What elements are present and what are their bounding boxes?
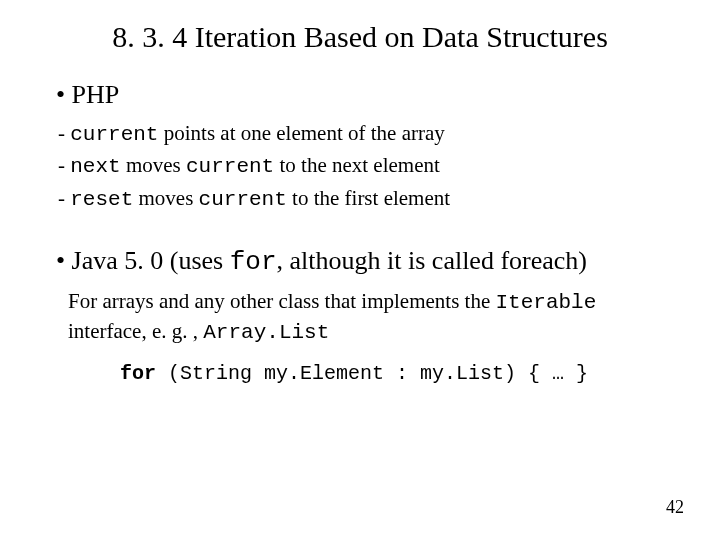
code-keyword-for: for xyxy=(120,362,156,385)
dash: - xyxy=(58,121,70,145)
text: to the next element xyxy=(274,153,440,177)
text: For arrays and any other class that impl… xyxy=(68,289,495,313)
sub-item-next: - next moves current to the next element xyxy=(58,150,680,182)
code-current: current xyxy=(199,188,287,211)
text: moves xyxy=(133,186,198,210)
text: interface, e. g. , xyxy=(68,319,203,343)
text: to the first element xyxy=(287,186,450,210)
code-arraylist: Array.List xyxy=(203,321,329,344)
code-for: for xyxy=(230,247,277,277)
slide-title: 8. 3. 4 Iteration Based on Data Structur… xyxy=(40,20,680,54)
text: , although it is called foreach) xyxy=(277,246,587,275)
code-current: current xyxy=(186,155,274,178)
code-body: (String my.Element : my.List) { … } xyxy=(156,362,588,385)
java-description: For arrays and any other class that impl… xyxy=(68,287,680,348)
bullet-java: • Java 5. 0 (uses for, although it is ca… xyxy=(40,245,680,279)
slide: 8. 3. 4 Iteration Based on Data Structur… xyxy=(0,0,720,540)
code-iterable: Iterable xyxy=(495,291,596,314)
dash: - xyxy=(58,186,70,210)
dash: - xyxy=(58,153,70,177)
text: • Java 5. 0 (uses xyxy=(56,246,230,275)
code-next: next xyxy=(70,155,120,178)
php-sub-items: - current points at one element of the a… xyxy=(58,118,680,215)
code-current: current xyxy=(70,123,158,146)
sub-item-reset: - reset moves current to the first eleme… xyxy=(58,183,680,215)
sub-item-current: - current points at one element of the a… xyxy=(58,118,680,150)
page-number: 42 xyxy=(666,497,684,518)
bullet-php: • PHP xyxy=(40,80,680,110)
text: points at one element of the array xyxy=(158,121,444,145)
code-example: for (String my.Element : my.List) { … } xyxy=(120,362,680,385)
text: moves xyxy=(121,153,186,177)
code-reset: reset xyxy=(70,188,133,211)
